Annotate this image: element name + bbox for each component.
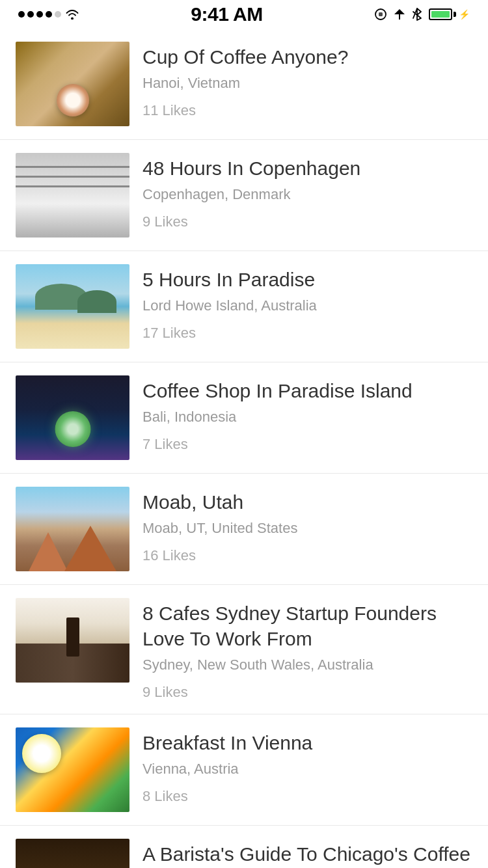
signal-dot-2 — [27, 11, 34, 18]
feed-thumbnail — [16, 487, 129, 571]
feed-item[interactable]: A Barista's Guide To Chicago's Coffee — [0, 826, 488, 868]
feed-content: 48 Hours In CopenhagenCopenhagen, Denmar… — [142, 153, 472, 230]
feed-content: Coffee Shop In Paradise IslandBali, Indo… — [142, 375, 472, 453]
feed-location: Lord Howe Island, Australia — [142, 297, 472, 314]
feed-likes: 17 Likes — [142, 325, 472, 342]
wifi-icon — [65, 9, 79, 20]
feed-title: Breakfast In Vienna — [142, 730, 472, 755]
feed-item[interactable]: Cup Of Coffee Anyone?Hanoi, Vietnam11 Li… — [0, 29, 488, 140]
signal-dot-1 — [18, 11, 25, 18]
feed-content: 8 Cafes Sydney Startup Founders Love To … — [142, 598, 472, 701]
signal-dot-4 — [46, 11, 52, 18]
feed-content: A Barista's Guide To Chicago's Coffee — [142, 839, 472, 868]
feed-title: Cup Of Coffee Anyone? — [142, 44, 472, 70]
feed-likes: 9 Likes — [142, 684, 472, 701]
feed-thumbnail — [16, 598, 129, 683]
lock-rotation-icon — [374, 8, 387, 21]
feed-item[interactable]: Coffee Shop In Paradise IslandBali, Indo… — [0, 362, 488, 474]
status-time: 9:41 AM — [191, 3, 262, 25]
feed-location: Copenhagen, Denmark — [142, 186, 472, 203]
feed-likes: 11 Likes — [142, 102, 472, 119]
location-icon — [394, 8, 405, 20]
status-left — [18, 9, 79, 20]
feed-content: Breakfast In ViennaVienna, Austria8 Like… — [142, 727, 472, 805]
feed-likes: 8 Likes — [142, 788, 472, 805]
feed-item[interactable]: Moab, UtahMoab, UT, United States16 Like… — [0, 474, 488, 585]
feed-location: Sydney, New South Wales, Australia — [142, 657, 472, 673]
feed-list: Cup Of Coffee Anyone?Hanoi, Vietnam11 Li… — [0, 29, 488, 868]
feed-title: Moab, Utah — [142, 489, 472, 515]
feed-thumbnail — [16, 375, 129, 460]
signal-dots — [18, 11, 61, 18]
feed-thumbnail — [16, 153, 129, 237]
bluetooth-icon — [412, 8, 422, 21]
feed-likes: 16 Likes — [142, 547, 472, 564]
feed-location: Bali, Indonesia — [142, 409, 472, 426]
feed-thumbnail — [16, 839, 129, 868]
feed-item[interactable]: Breakfast In ViennaVienna, Austria8 Like… — [0, 714, 488, 826]
status-bar: 9:41 AM ⚡ — [0, 0, 488, 29]
feed-item[interactable]: 48 Hours In CopenhagenCopenhagen, Denmar… — [0, 140, 488, 251]
feed-likes: 7 Likes — [142, 436, 472, 453]
feed-item[interactable]: 8 Cafes Sydney Startup Founders Love To … — [0, 585, 488, 714]
feed-thumbnail — [16, 264, 129, 349]
feed-title: 8 Cafes Sydney Startup Founders Love To … — [142, 601, 472, 651]
feed-title: Coffee Shop In Paradise Island — [142, 378, 472, 403]
feed-location: Vienna, Austria — [142, 761, 472, 778]
feed-title: A Barista's Guide To Chicago's Coffee — [142, 841, 472, 867]
battery-icon: ⚡ — [429, 8, 470, 20]
feed-location: Moab, UT, United States — [142, 520, 472, 537]
feed-location: Hanoi, Vietnam — [142, 75, 472, 92]
signal-dot-5 — [55, 11, 61, 18]
signal-dot-3 — [36, 11, 43, 18]
feed-title: 5 Hours In Paradise — [142, 267, 472, 292]
feed-item[interactable]: 5 Hours In ParadiseLord Howe Island, Aus… — [0, 251, 488, 362]
feed-content: Moab, UtahMoab, UT, United States16 Like… — [142, 487, 472, 564]
feed-thumbnail — [16, 727, 129, 812]
feed-title: 48 Hours In Copenhagen — [142, 156, 472, 181]
feed-likes: 9 Likes — [142, 213, 472, 230]
feed-content: Cup Of Coffee Anyone?Hanoi, Vietnam11 Li… — [142, 42, 472, 119]
feed-content: 5 Hours In ParadiseLord Howe Island, Aus… — [142, 264, 472, 342]
feed-thumbnail — [16, 42, 129, 126]
status-right: ⚡ — [374, 8, 470, 21]
